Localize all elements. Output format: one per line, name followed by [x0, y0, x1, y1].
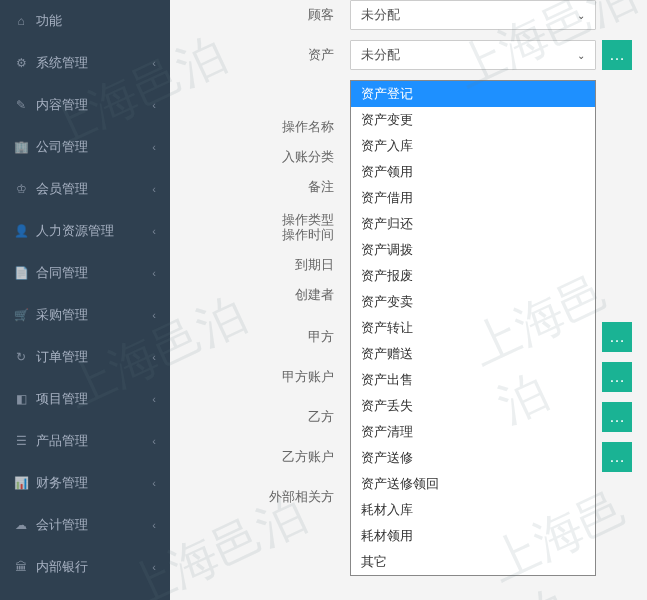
sidebar-item-label: 人力资源管理	[36, 222, 114, 240]
layout-icon: ◧	[14, 392, 28, 406]
sidebar-item-function[interactable]: ⌂功能	[0, 0, 170, 42]
chevron-left-icon: ‹	[152, 267, 156, 279]
dropdown-option[interactable]: 其它	[351, 549, 595, 575]
sidebar-item-label: 会员管理	[36, 180, 88, 198]
edit-icon: ✎	[14, 98, 28, 112]
sidebar-item-label: 订单管理	[36, 348, 88, 366]
sidebar-item-label: 财务管理	[36, 474, 88, 492]
chevron-left-icon: ‹	[152, 561, 156, 573]
label-op-name: 操作名称	[170, 118, 350, 136]
label-op-time: 操作时间	[170, 226, 350, 244]
sidebar-item-accounting[interactable]: ☁会计管理‹	[0, 504, 170, 546]
cloud-icon: ☁	[14, 518, 28, 532]
label-party-a-acct: 甲方账户	[170, 368, 350, 386]
gear-icon: ⚙	[14, 56, 28, 70]
chevron-left-icon: ‹	[152, 57, 156, 69]
refresh-icon: ↻	[14, 350, 28, 364]
caret-down-icon: ⌄	[577, 10, 585, 21]
party-b-more-button[interactable]: …	[602, 402, 632, 432]
dropdown-option[interactable]: 耗材领用	[351, 523, 595, 549]
dropdown-option[interactable]: 资产入库	[351, 133, 595, 159]
label-asset: 资产	[170, 46, 350, 64]
bank-icon: 🏛	[14, 560, 28, 574]
asset-more-button[interactable]: …	[602, 40, 632, 70]
sidebar-item-bank[interactable]: 🏛内部银行‹	[0, 546, 170, 588]
sidebar-item-crm[interactable]: ✂客户关系管理‹	[0, 588, 170, 600]
sidebar-item-project[interactable]: ◧项目管理‹	[0, 378, 170, 420]
dropdown-option[interactable]: 资产变更	[351, 107, 595, 133]
chevron-left-icon: ‹	[152, 519, 156, 531]
dropdown-option[interactable]: 资产出售	[351, 367, 595, 393]
sidebar-item-label: 项目管理	[36, 390, 88, 408]
document-icon: 📄	[14, 266, 28, 280]
sidebar-item-finance[interactable]: 📊财务管理‹	[0, 462, 170, 504]
dropdown-option[interactable]: 资产转让	[351, 315, 595, 341]
dropdown-option[interactable]: 资产登记	[351, 81, 595, 107]
dropdown-option[interactable]: 资产借用	[351, 185, 595, 211]
select-customer[interactable]: 未分配⌄	[350, 0, 596, 30]
chart-icon: 📊	[14, 476, 28, 490]
user-icon: 👤	[14, 224, 28, 238]
label-external: 外部相关方	[170, 488, 350, 506]
list-icon: ☰	[14, 434, 28, 448]
dropdown-option[interactable]: 资产变卖	[351, 289, 595, 315]
crown-icon: ♔	[14, 182, 28, 196]
sidebar-item-content[interactable]: ✎内容管理‹	[0, 84, 170, 126]
label-creator: 创建者	[170, 286, 350, 304]
dropdown-option[interactable]: 资产调拨	[351, 237, 595, 263]
sidebar-item-purchase[interactable]: 🛒采购管理‹	[0, 294, 170, 336]
chevron-left-icon: ‹	[152, 99, 156, 111]
chevron-left-icon: ‹	[152, 183, 156, 195]
dropdown-option[interactable]: 资产领用	[351, 159, 595, 185]
dropdown-option[interactable]: 资产归还	[351, 211, 595, 237]
sidebar-item-label: 合同管理	[36, 264, 88, 282]
label-party-b-acct: 乙方账户	[170, 448, 350, 466]
chevron-left-icon: ‹	[152, 225, 156, 237]
dropdown-option[interactable]: 资产赠送	[351, 341, 595, 367]
sidebar-item-label: 采购管理	[36, 306, 88, 324]
select-asset[interactable]: 未分配⌄	[350, 40, 596, 70]
label-acct-cat: 入账分类	[170, 148, 350, 166]
sidebar-item-label: 产品管理	[36, 432, 88, 450]
sidebar-item-label: 系统管理	[36, 54, 88, 72]
sidebar-item-order[interactable]: ↻订单管理‹	[0, 336, 170, 378]
sidebar-item-member[interactable]: ♔会员管理‹	[0, 168, 170, 210]
chevron-left-icon: ‹	[152, 141, 156, 153]
building-icon: 🏢	[14, 140, 28, 154]
dropdown-option[interactable]: 资产清理	[351, 419, 595, 445]
label-customer: 顾客	[170, 6, 350, 24]
sidebar-item-label: 功能	[36, 12, 62, 30]
caret-down-icon: ⌄	[577, 50, 585, 61]
dropdown-option[interactable]: 资产送修领回	[351, 471, 595, 497]
main-form-area: 顾客 未分配⌄ 资产 未分配⌄ … 操作类型 资产登记 资产变更 资产入库 资产…	[170, 0, 647, 512]
sidebar-item-contract[interactable]: 📄合同管理‹	[0, 252, 170, 294]
sidebar-item-label: 公司管理	[36, 138, 88, 156]
party-a-more-button[interactable]: …	[602, 322, 632, 352]
sidebar-item-company[interactable]: 🏢公司管理‹	[0, 126, 170, 168]
sidebar-item-label: 内部银行	[36, 558, 88, 576]
home-icon: ⌂	[14, 14, 28, 28]
party-b-acct-more-button[interactable]: …	[602, 442, 632, 472]
chevron-left-icon: ‹	[152, 477, 156, 489]
dropdown-option[interactable]: 耗材入库	[351, 497, 595, 523]
sidebar: ⌂功能 ⚙系统管理‹ ✎内容管理‹ 🏢公司管理‹ ♔会员管理‹ 👤人力资源管理‹…	[0, 0, 170, 600]
sidebar-item-hr[interactable]: 👤人力资源管理‹	[0, 210, 170, 252]
party-a-acct-more-button[interactable]: …	[602, 362, 632, 392]
chevron-left-icon: ‹	[152, 435, 156, 447]
label-due-date: 到期日	[170, 256, 350, 274]
chevron-left-icon: ‹	[152, 393, 156, 405]
dropdown-option[interactable]: 资产报废	[351, 263, 595, 289]
chevron-left-icon: ‹	[152, 351, 156, 363]
label-remark: 备注	[170, 178, 350, 196]
sidebar-item-label: 会计管理	[36, 516, 88, 534]
label-party-a: 甲方	[170, 328, 350, 346]
select-op-type-open[interactable]: 资产登记 资产变更 资产入库 资产领用 资产借用 资产归还 资产调拨 资产报废 …	[350, 80, 596, 576]
dropdown-option[interactable]: 资产送修	[351, 445, 595, 471]
dropdown-option[interactable]: 资产丢失	[351, 393, 595, 419]
sidebar-item-product[interactable]: ☰产品管理‹	[0, 420, 170, 462]
chevron-left-icon: ‹	[152, 309, 156, 321]
cart-icon: 🛒	[14, 308, 28, 322]
sidebar-item-system[interactable]: ⚙系统管理‹	[0, 42, 170, 84]
label-party-b: 乙方	[170, 408, 350, 426]
sidebar-item-label: 内容管理	[36, 96, 88, 114]
